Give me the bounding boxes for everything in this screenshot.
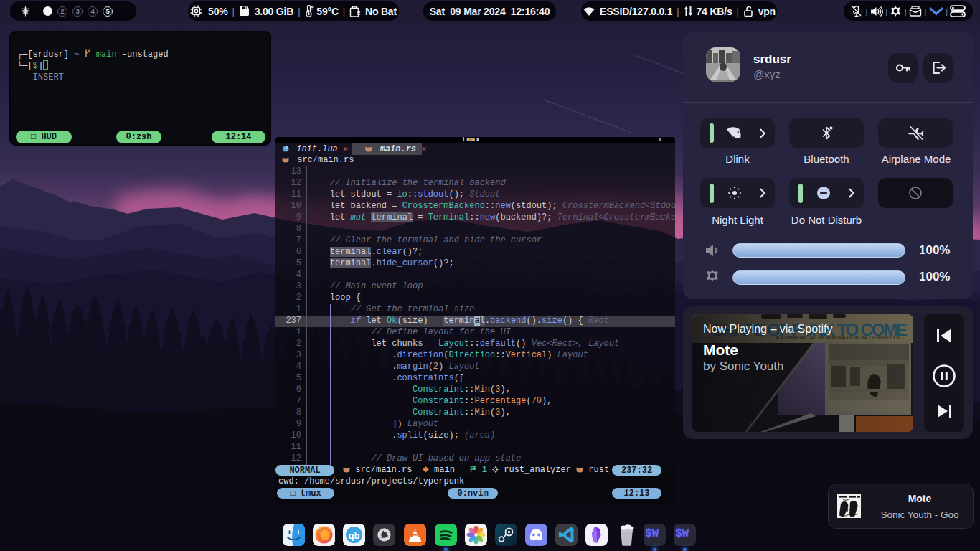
svg-text:qb: qb: [349, 530, 360, 541]
